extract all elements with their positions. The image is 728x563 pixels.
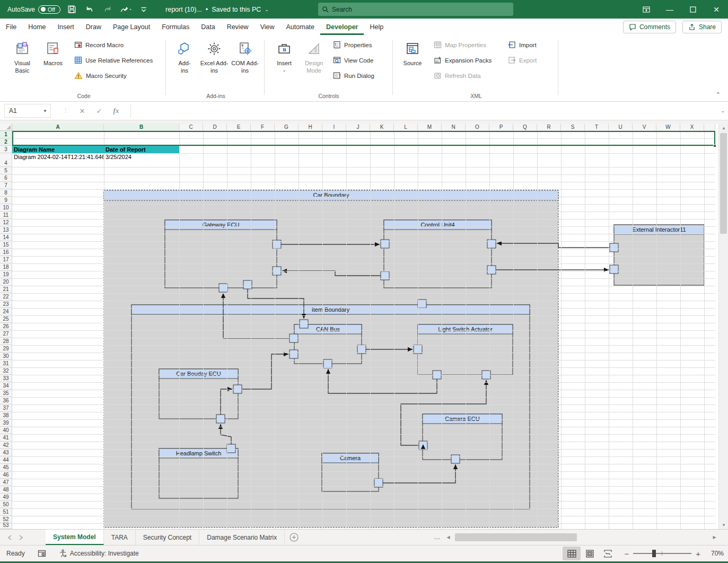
confirm-entry-button[interactable]: ✓ — [91, 104, 107, 118]
add-ins-button[interactable]: Add-ins — [172, 38, 197, 89]
column-header-T[interactable]: T — [585, 124, 609, 131]
row-header-1[interactable]: 1 — [0, 131, 12, 138]
row-header-21[interactable]: 21 — [0, 286, 12, 293]
page-layout-view-button[interactable] — [581, 547, 599, 560]
row-header-44[interactable]: 44 — [0, 456, 12, 464]
document-title[interactable]: report (10)... • Saved to this PC ⌄ — [165, 6, 269, 13]
row-header-24[interactable]: 24 — [0, 308, 12, 315]
diagram-port-9[interactable] — [610, 243, 618, 252]
scroll-up-arrow-icon[interactable]: ▲ — [719, 124, 728, 132]
column-header-R[interactable]: R — [537, 124, 561, 131]
row-header-7[interactable]: 7 — [0, 182, 12, 189]
row-header-49[interactable]: 49 — [0, 494, 12, 501]
sheet-tab-tara[interactable]: TARA — [104, 530, 136, 545]
column-header-F[interactable]: F — [251, 124, 275, 131]
diagram-port-12[interactable] — [300, 320, 308, 328]
diagram-port-22[interactable] — [227, 444, 235, 453]
cell-A4[interactable]: Diagram 2024-02-14T12:21:41.646Z — [12, 153, 104, 161]
column-header-W[interactable]: W — [656, 124, 680, 131]
vertical-scrollbar[interactable]: ▲ ▼ — [718, 124, 728, 529]
sheet-tab-damage-scenario-matrix[interactable]: Damage Scenario Matrix — [199, 530, 285, 545]
zoom-level[interactable]: 70% — [705, 550, 724, 557]
column-header-Q[interactable]: Q — [513, 124, 537, 131]
row-header-39[interactable]: 39 — [0, 419, 12, 427]
row-header-31[interactable]: 31 — [0, 360, 12, 367]
record-macro-button[interactable]: Record Macro — [74, 41, 153, 49]
diagram-port-24[interactable] — [419, 441, 427, 450]
cell-A3[interactable]: Diagram Name — [12, 146, 104, 153]
diagram-port-8[interactable] — [487, 266, 496, 274]
row-header-19[interactable]: 19 — [0, 271, 12, 278]
name-box[interactable]: A1 ▼ — [4, 104, 51, 118]
row-header-9[interactable]: 9 — [0, 197, 12, 204]
row-header-16[interactable]: 16 — [0, 249, 12, 256]
zoom-out-button[interactable]: − — [624, 549, 629, 558]
column-header-I[interactable]: I — [322, 124, 346, 131]
cell-B4[interactable]: 3/25/2024 — [104, 153, 179, 161]
diagram-node-control-unit4[interactable] — [384, 220, 492, 288]
share-button[interactable]: Share — [682, 21, 722, 33]
row-header-6[interactable]: 6 — [0, 174, 12, 182]
column-header-M[interactable]: M — [418, 124, 442, 131]
tab-formulas[interactable]: Formulas — [156, 19, 195, 35]
vertical-scrollbar-thumb[interactable] — [720, 133, 727, 234]
row-header-43[interactable]: 43 — [0, 449, 12, 456]
import-button[interactable]: Import — [508, 41, 537, 49]
row-header-3[interactable]: 3 — [0, 146, 12, 153]
cell-B3[interactable]: Date of Report — [104, 146, 179, 153]
column-header-A[interactable]: A — [12, 124, 104, 131]
excel-add-ins-button[interactable]: Excel Add-ins — [199, 38, 229, 89]
tab-page-layout[interactable]: Page Layout — [107, 19, 156, 35]
zoom-slider-thumb[interactable] — [652, 550, 656, 557]
column-header-L[interactable]: L — [394, 124, 418, 131]
diagram-port-13[interactable] — [290, 334, 298, 342]
sheet-tab-system-model[interactable]: System Model — [46, 530, 104, 545]
row-header-48[interactable]: 48 — [0, 486, 12, 494]
page-break-preview-button[interactable] — [599, 547, 617, 560]
column-header-E[interactable]: E — [227, 124, 251, 131]
collapse-ribbon-button[interactable]: ⌃ — [716, 91, 721, 98]
tab-review[interactable]: Review — [221, 19, 255, 35]
row-header-15[interactable]: 15 — [0, 241, 12, 249]
search-input[interactable]: Search — [318, 3, 513, 16]
row-header-47[interactable]: 47 — [0, 479, 12, 486]
row-header-4[interactable]: 4 — [0, 153, 12, 167]
zoom-slider[interactable] — [633, 553, 691, 554]
row-header-20[interactable]: 20 — [0, 278, 12, 286]
column-header-B[interactable]: B — [104, 124, 179, 131]
macro-security-button[interactable]: Macro Security — [74, 72, 153, 80]
row-header-29[interactable]: 29 — [0, 345, 12, 353]
row-header-25[interactable]: 25 — [0, 315, 12, 323]
normal-view-button[interactable] — [563, 547, 581, 560]
tab-developer[interactable]: Developer — [320, 19, 364, 35]
properties-button[interactable]: Properties — [333, 41, 374, 49]
row-header-42[interactable]: 42 — [0, 442, 12, 449]
horizontal-scrollbar[interactable]: ◀ ▶ — [444, 532, 718, 543]
scroll-down-arrow-icon[interactable]: ▼ — [719, 521, 728, 529]
maximize-button[interactable] — [681, 0, 705, 19]
column-header-C[interactable]: C — [179, 124, 203, 131]
cancel-entry-button[interactable]: ✕ — [74, 104, 90, 118]
save-button[interactable] — [65, 3, 78, 16]
undo-button[interactable] — [83, 3, 97, 16]
column-header-V[interactable]: V — [633, 124, 656, 131]
row-header-51[interactable]: 51 — [0, 508, 12, 516]
row-header-22[interactable]: 22 — [0, 293, 12, 301]
row-header-45[interactable]: 45 — [0, 464, 12, 471]
column-header-X[interactable]: X — [680, 124, 704, 131]
row-header-35[interactable]: 35 — [0, 390, 12, 397]
row-header-46[interactable]: 46 — [0, 471, 12, 479]
row-header-50[interactable]: 50 — [0, 501, 12, 508]
diagram-port-10[interactable] — [610, 265, 618, 274]
connector-2[interactable] — [282, 271, 381, 276]
scroll-left-arrow-icon[interactable]: ◀ — [444, 533, 452, 541]
comments-button[interactable]: Comments — [623, 21, 676, 33]
row-header-10[interactable]: 10 — [0, 204, 12, 212]
close-button[interactable]: ✕ — [705, 0, 728, 19]
autosave-toggle[interactable]: AutoSave Off — [7, 5, 60, 14]
tab-automate[interactable]: Automate — [280, 19, 321, 35]
formula-input[interactable] — [130, 104, 714, 118]
insert-control-button[interactable]: Insert ⌄ — [270, 38, 298, 89]
row-header-32[interactable]: 32 — [0, 367, 12, 375]
zoom-in-button[interactable]: + — [696, 549, 700, 558]
